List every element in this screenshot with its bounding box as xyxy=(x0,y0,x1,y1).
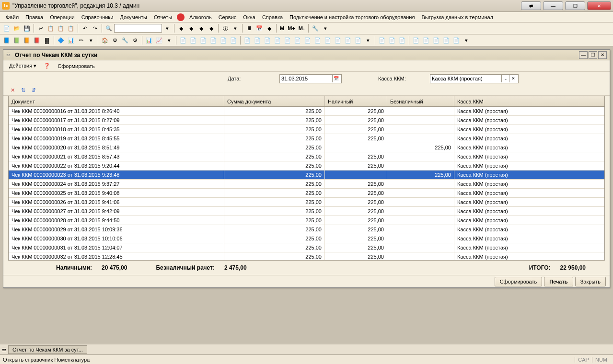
t2-24-icon[interactable]: 📄 xyxy=(273,35,282,45)
footer-close-button[interactable]: Закрыть xyxy=(575,277,606,286)
t2-6-icon[interactable]: 🔷 xyxy=(56,35,66,45)
cut-icon[interactable]: ✂ xyxy=(36,23,46,33)
paste-icon[interactable]: 📋 xyxy=(56,23,66,33)
t2-20-icon[interactable]: 📄 xyxy=(229,35,238,45)
inner-minimize[interactable]: — xyxy=(579,51,588,59)
inner-close[interactable]: ✕ xyxy=(598,51,607,59)
menu-refs[interactable]: Справочники xyxy=(79,13,116,21)
th-kkm[interactable]: Касса ККМ xyxy=(454,96,596,106)
th-noncash[interactable]: Безналичный xyxy=(387,96,454,106)
t2-33-icon[interactable]: 📄 xyxy=(377,35,387,45)
clear-filter-icon[interactable]: ✕ xyxy=(8,86,17,95)
calendar-icon[interactable]: 📅 xyxy=(254,23,264,33)
table-row[interactable]: Чек ККМ 00000000017 от 31.03.2015 8:27:0… xyxy=(9,116,604,125)
table-row[interactable]: Чек ККМ 00000000021 от 31.03.2015 8:57:4… xyxy=(9,152,604,161)
tool-c-icon[interactable]: ◆ xyxy=(197,23,206,33)
t2-14-icon[interactable]: 📈 xyxy=(154,35,164,45)
menu-hardware[interactable]: Подключение и настройка торгового оборуд… xyxy=(287,13,417,21)
menu-edit[interactable]: Правка xyxy=(23,13,46,21)
memory-m[interactable]: M xyxy=(278,25,286,31)
dropdown2-icon[interactable]: ▾ xyxy=(231,23,240,33)
th-cash[interactable]: Наличный xyxy=(325,96,387,106)
table-row[interactable]: Чек ККМ 00000000019 от 31.03.2015 8:45:5… xyxy=(9,134,604,143)
minimize-button[interactable]: — xyxy=(543,1,563,10)
menu-export[interactable]: Выгрузка данных в терминал xyxy=(418,13,496,21)
actions-dropdown[interactable]: Действия ▾ xyxy=(6,62,39,70)
t2-23-icon[interactable]: 📄 xyxy=(263,35,272,45)
t2-36-icon[interactable]: 📄 xyxy=(411,35,421,45)
table-row[interactable]: Чек ККМ 00000000028 от 31.03.2015 9:44:5… xyxy=(9,216,604,225)
kkm-input[interactable]: Касса ККМ (простая) … ✕ xyxy=(430,74,519,83)
th-document[interactable]: Документ xyxy=(9,96,224,106)
calendar-icon[interactable]: 📅 xyxy=(332,75,340,82)
memory-mplus[interactable]: M+ xyxy=(286,25,297,31)
table-row[interactable]: Чек ККМ 00000000018 от 31.03.2015 8:45:3… xyxy=(9,125,604,134)
table-row[interactable]: Чек ККМ 00000000020 от 31.03.2015 8:51:4… xyxy=(9,143,604,152)
t2-11-icon[interactable]: 🔧 xyxy=(120,35,130,45)
menu-file[interactable]: Файл xyxy=(3,13,22,21)
t2-22-icon[interactable]: 📄 xyxy=(253,35,262,45)
dropdown6-icon[interactable]: ▾ xyxy=(363,35,373,45)
t2-39-icon[interactable]: 📄 xyxy=(441,35,451,45)
t2-26-icon[interactable]: 📄 xyxy=(293,35,302,45)
t2-3-icon[interactable]: 📙 xyxy=(22,35,32,45)
table-body[interactable]: Чек ККМ 00000000016 от 31.03.2015 8:26:4… xyxy=(9,107,604,260)
table-row[interactable]: Чек ККМ 00000000024 от 31.03.2015 9:37:2… xyxy=(9,180,604,189)
t2-5-icon[interactable]: ▓ xyxy=(42,35,52,45)
copy-icon[interactable]: 📋 xyxy=(46,23,56,33)
table-row[interactable]: Чек ККМ 00000000027 от 31.03.2015 9:42:0… xyxy=(9,207,604,216)
table-row[interactable]: Чек ККМ 00000000016 от 31.03.2015 8:26:4… xyxy=(9,107,604,116)
t2-8-icon[interactable]: ✏ xyxy=(76,35,86,45)
th-sum[interactable]: Сумма документа xyxy=(224,96,325,106)
t2-38-icon[interactable]: 📄 xyxy=(431,35,441,45)
t2-9-icon[interactable]: 🏠 xyxy=(100,35,110,45)
table-row[interactable]: Чек ККМ 00000000031 от 31.03.2015 12:04:… xyxy=(9,243,604,252)
table-row[interactable]: Чек ККМ 00000000026 от 31.03.2015 9:41:0… xyxy=(9,198,604,207)
footer-print-button[interactable]: Печать xyxy=(544,277,573,286)
menu-operations[interactable]: Операции xyxy=(47,13,77,21)
menu-windows[interactable]: Окна xyxy=(240,13,258,21)
t2-35-icon[interactable]: 📄 xyxy=(397,35,407,45)
menu-reports[interactable]: Отчеты xyxy=(151,13,175,21)
info-icon[interactable]: ⓘ xyxy=(220,23,230,33)
t2-1-icon[interactable]: 📘 xyxy=(2,35,12,45)
dropdown5-icon[interactable]: ▾ xyxy=(164,35,174,45)
wrench-icon[interactable]: 🔧 xyxy=(311,23,320,33)
dropdown7-icon[interactable]: ▾ xyxy=(462,35,471,45)
calc-icon[interactable]: 🖩 xyxy=(244,23,254,33)
t2-13-icon[interactable]: 📊 xyxy=(144,35,154,45)
tool-b-icon[interactable]: ◆ xyxy=(186,23,196,33)
inner-maximize[interactable]: ❐ xyxy=(589,51,597,59)
table-row[interactable]: Чек ККМ 00000000029 от 31.03.2015 10:09:… xyxy=(9,225,604,234)
maximize-button[interactable]: ❐ xyxy=(565,1,585,10)
table-row[interactable]: Чек ККМ 00000000022 от 31.03.2015 9:20:4… xyxy=(9,161,604,171)
tool-d-icon[interactable]: ◆ xyxy=(207,23,216,33)
dropdown4-icon[interactable]: ▾ xyxy=(86,35,96,45)
search-input[interactable] xyxy=(114,24,162,33)
t2-2-icon[interactable]: 📗 xyxy=(12,35,22,45)
menu-alcohol[interactable]: Алкоголь xyxy=(186,13,215,21)
t2-10-icon[interactable]: ⚙ xyxy=(110,35,120,45)
t2-25-icon[interactable]: 📄 xyxy=(283,35,292,45)
table-row[interactable]: Чек ККМ 00000000023 от 31.03.2015 9:23:4… xyxy=(9,171,604,180)
paste2-icon[interactable]: 📋 xyxy=(66,23,76,33)
t2-32-icon[interactable]: 📄 xyxy=(353,35,363,45)
form-button[interactable]: Сформировать xyxy=(55,62,98,70)
tool-e-icon[interactable]: ◆ xyxy=(265,23,274,33)
t2-29-icon[interactable]: 📄 xyxy=(323,35,333,45)
t2-18-icon[interactable]: 📄 xyxy=(208,35,218,45)
help-icon[interactable]: ❓ xyxy=(42,61,52,71)
footer-form-button[interactable]: Сформировать xyxy=(495,277,543,286)
t2-17-icon[interactable]: 📄 xyxy=(198,35,208,45)
menu-service[interactable]: Сервис xyxy=(216,13,240,21)
dropdown3-icon[interactable]: ▾ xyxy=(321,23,330,33)
new-icon[interactable]: 📄 xyxy=(2,23,12,33)
t2-7-icon[interactable]: 📊 xyxy=(66,35,76,45)
search-icon[interactable]: 🔍 xyxy=(104,23,114,33)
t2-28-icon[interactable]: 📄 xyxy=(313,35,323,45)
clear-icon[interactable]: ✕ xyxy=(509,75,517,82)
t2-19-icon[interactable]: 📄 xyxy=(219,35,228,45)
t2-12-icon[interactable]: ⚙ xyxy=(130,35,140,45)
undo-icon[interactable]: ↶ xyxy=(80,23,90,33)
open-icon[interactable]: 📂 xyxy=(12,23,22,33)
